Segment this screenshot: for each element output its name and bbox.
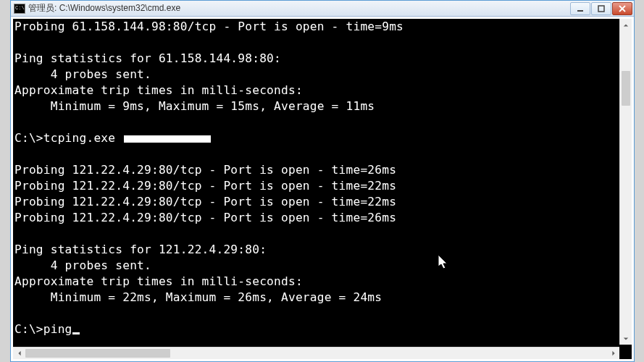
scroll-up-button[interactable] — [620, 19, 632, 31]
terminal-line — [14, 146, 630, 162]
terminal-line: C:\>tcping.exe — [14, 130, 630, 146]
vertical-scrollbar[interactable] — [619, 19, 632, 345]
terminal-line: Ping statistics for 121.22.4.29:80: — [14, 242, 630, 258]
chevron-right-icon — [611, 350, 616, 356]
terminal-line: Probing 61.158.144.98:80/tcp - Port is o… — [14, 19, 630, 35]
terminal-line: Ping statistics for 61.158.144.98:80: — [14, 51, 630, 67]
terminal-line — [14, 114, 630, 130]
terminal-line: Minimum = 22ms, Maximum = 26ms, Average … — [14, 290, 630, 306]
terminal-line: C:\>ping — [14, 321, 630, 337]
terminal-line: Probing 121.22.4.29:80/tcp - Port is ope… — [14, 178, 630, 194]
horizontal-scrollbar[interactable] — [13, 347, 619, 359]
terminal-line: Approximate trip times in milli-seconds: — [14, 83, 630, 98]
maximize-icon — [598, 5, 605, 12]
terminal-line: Probing 121.22.4.29:80/tcp - Port is ope… — [14, 162, 630, 178]
hscroll-track[interactable] — [25, 348, 607, 359]
svg-rect-1 — [598, 6, 604, 12]
terminal-line: Probing 121.22.4.29:80/tcp - Port is ope… — [14, 194, 630, 210]
chevron-left-icon — [17, 350, 22, 356]
terminal-line — [14, 306, 630, 321]
terminal-area: Probing 61.158.144.98:80/tcp - Port is o… — [11, 17, 634, 361]
close-button[interactable] — [612, 2, 632, 15]
terminal-line: Probing 121.22.4.29:80/tcp - Port is ope… — [14, 210, 630, 226]
maximize-button[interactable] — [591, 2, 611, 15]
scroll-left-button[interactable] — [13, 348, 25, 359]
redacted-text — [124, 135, 211, 143]
terminal-line: Minimum = 9ms, Maximum = 15ms, Average =… — [14, 98, 630, 114]
terminal-line: Approximate trip times in milli-seconds: — [14, 274, 630, 290]
minimize-icon — [577, 5, 584, 12]
terminal-line — [14, 35, 630, 51]
terminal-cursor — [72, 332, 80, 334]
scroll-right-button[interactable] — [607, 348, 619, 359]
close-icon — [619, 5, 626, 12]
scroll-down-button[interactable] — [620, 332, 632, 345]
terminal-line: 4 probes sent. — [14, 67, 630, 83]
minimize-button[interactable] — [570, 2, 590, 15]
cmd-icon — [14, 4, 25, 14]
window-buttons — [569, 2, 632, 15]
vscroll-track[interactable] — [620, 31, 632, 332]
window-title: 管理员: C:\Windows\system32\cmd.exe — [28, 2, 569, 14]
terminal-output[interactable]: Probing 61.158.144.98:80/tcp - Port is o… — [13, 19, 632, 359]
titlebar[interactable]: 管理员: C:\Windows\system32\cmd.exe — [11, 1, 634, 17]
terminal-line — [14, 226, 630, 242]
cmd-window: 管理员: C:\Windows\system32\cmd.exe Probing… — [10, 0, 635, 362]
hscroll-thumb[interactable] — [25, 349, 170, 358]
chevron-down-icon — [623, 336, 629, 342]
terminal-line: 4 probes sent. — [14, 258, 630, 274]
vscroll-thumb[interactable] — [622, 71, 630, 106]
chevron-up-icon — [623, 22, 629, 28]
